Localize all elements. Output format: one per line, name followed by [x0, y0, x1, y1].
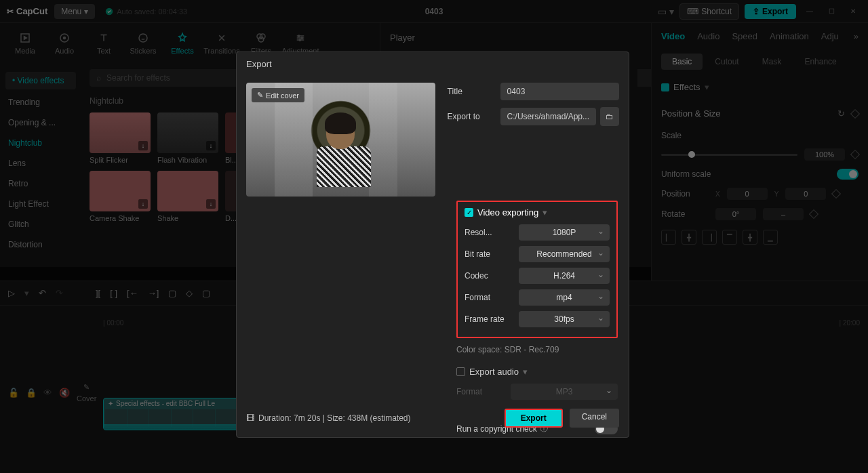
codec-select[interactable]: H.264: [519, 268, 610, 284]
title-field-label: Title: [448, 87, 500, 96]
video-exporting-checkbox[interactable]: ✓: [465, 208, 473, 217]
resolution-label: Resol...: [465, 228, 519, 237]
exportto-label: Export to: [448, 112, 500, 121]
export-audio-checkbox[interactable]: [456, 367, 465, 376]
color-space-text: Color space: SDR - Rec.709: [237, 338, 629, 354]
audio-format-label: Format: [456, 387, 511, 396]
framerate-select[interactable]: 30fps: [519, 311, 610, 327]
bitrate-label: Bit rate: [465, 249, 519, 259]
export-confirm-button[interactable]: Export: [505, 409, 563, 428]
format-label: Format: [465, 293, 519, 302]
format-select[interactable]: mp4: [519, 289, 610, 306]
export-modal: Export ✎Edit cover Title 0403 Export to …: [236, 52, 629, 438]
export-meta: 🎞 Duration: 7m 20s | Size: 438M (estimat…: [246, 413, 411, 423]
codec-label: Codec: [465, 271, 519, 281]
cancel-button[interactable]: Cancel: [570, 409, 619, 428]
pencil-icon: ✎: [257, 91, 263, 100]
video-export-highlight: ✓ Video exporting ▾ Resol...1080P Bit ra…: [456, 201, 618, 338]
modal-title: Export: [237, 52, 629, 76]
framerate-label: Frame rate: [465, 314, 519, 324]
export-preview: ✎Edit cover: [246, 83, 435, 197]
resolution-select[interactable]: 1080P: [519, 224, 610, 241]
exportto-field[interactable]: C:/Users/ahmad/App...: [500, 108, 596, 125]
video-exporting-label: Video exporting: [477, 207, 538, 218]
export-audio-label: Export audio: [469, 367, 519, 377]
bitrate-select[interactable]: Recommended: [519, 246, 610, 262]
audio-format-select: MP3: [511, 384, 618, 400]
title-field[interactable]: 0403: [500, 83, 619, 100]
film-icon: 🎞: [246, 413, 254, 423]
edit-cover-button[interactable]: ✎Edit cover: [252, 88, 304, 102]
browse-folder-button[interactable]: 🗀: [600, 107, 619, 126]
